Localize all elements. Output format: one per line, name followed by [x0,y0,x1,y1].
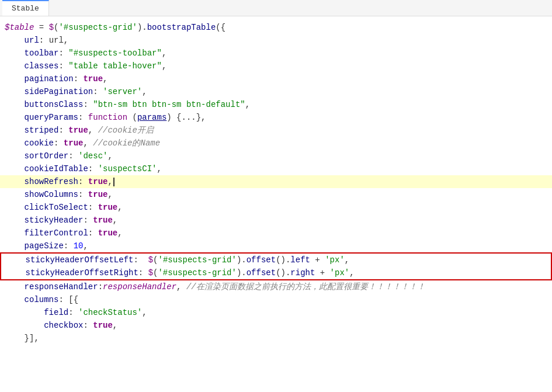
line-22: field: 'checkStatus', [0,306,552,319]
line-20: responseHandler:responseHandler, //在渲染页面… [0,280,552,293]
line-14: clickToSelect: true, [0,201,552,214]
tab-bar: Stable [0,0,552,16]
line-9: cookie: true, //cookie的Name [0,137,552,150]
line-5: sidePagination: 'server', [0,85,552,98]
line-title: $table = $('#suspects-grid').bootstrapTa… [0,21,552,34]
tab-stable[interactable]: Stable [2,0,49,16]
line-19: stickyHeaderOffsetRight: $('#suspects-gr… [0,266,552,280]
line-13: showColumns: true, [0,188,552,201]
line-10: sortOrder: 'desc', [0,150,552,162]
line-16: filterControl: true, [0,227,552,240]
line-6: buttonsClass: "btn-sm btn btn-sm btn-def… [0,98,552,111]
tab-label: Stable [12,4,39,13]
line-12: showRefresh: true, [0,175,552,188]
line-21: columns: [{ [0,293,552,306]
line-7: queryParams: function (params) {...}, [0,111,552,124]
line-23: checkbox: true, [0,319,552,332]
line-3: classes: "table table-hover", [0,60,552,72]
line-17: pageSize: 10, [0,240,552,252]
line-1: url: url, [0,34,552,47]
line-4: pagination: true, [0,72,552,85]
line-content: $table = $('#suspects-grid').bootstrapTa… [5,21,225,34]
line-11: cookieIdTable: 'suspectsCI', [0,162,552,175]
code-container: $table = $('#suspects-grid').bootstrapTa… [0,16,552,392]
line-2: toolbar: "#suspects-toolbar", [0,47,552,60]
line-8: striped: true, //cookie开启 [0,124,552,137]
line-15: stickyHeader: true, [0,214,552,227]
code-block: $table = $('#suspects-grid').bootstrapTa… [0,16,552,349]
line-18: stickyHeaderOffsetLeft: $('#suspects-gri… [0,252,552,266]
line-24: }], [0,332,552,345]
